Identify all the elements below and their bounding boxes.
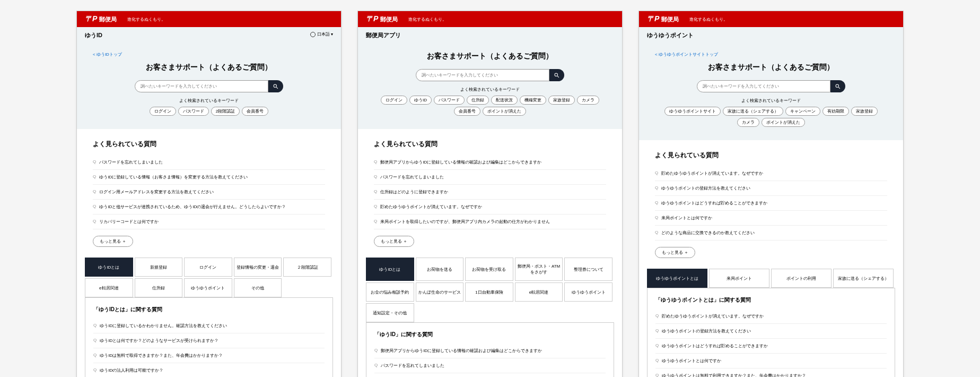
faq-item[interactable]: Qどのような商品に交換できるのか教えてください xyxy=(655,226,887,241)
breadcrumb[interactable]: < ゆうIDトップ xyxy=(93,52,325,57)
tab-1[interactable]: 来局ポイント xyxy=(709,269,769,288)
tab-7[interactable]: ゆうゆうポイント xyxy=(184,278,232,297)
search-button[interactable] xyxy=(830,80,845,92)
search-icon xyxy=(273,83,279,90)
keyword-pill[interactable]: ポイントが消えた xyxy=(762,118,805,127)
tab-q-item[interactable]: QゆうIDは無料で取得できますか？また、年会費はかかりますか？ xyxy=(93,348,325,363)
faq-item[interactable]: Q来局ポイントとは何ですか xyxy=(655,211,887,226)
tab-1[interactable]: お荷物を送る xyxy=(416,258,464,281)
faq-item[interactable]: Qゆうゆうポイントの登録方法を教えてください xyxy=(655,181,887,196)
q-icon: Q xyxy=(93,338,97,344)
tab-q-list: Q貯めたゆうゆうポイントが消えています。なぜですかQゆうゆうポイントの登録方法を… xyxy=(655,309,887,377)
tab-2[interactable]: ログイン xyxy=(184,258,232,277)
search-input[interactable] xyxy=(697,80,830,92)
tab-4[interactable]: ２段階認証 xyxy=(283,258,331,277)
keyword-pill[interactable]: ログイン xyxy=(150,107,176,116)
keyword-pill[interactable]: 家族登録 xyxy=(851,107,878,116)
tab-q-item[interactable]: QゆうIDとは何ですか？どのようなサービスが受けられますか？ xyxy=(93,333,325,348)
keyword-pill[interactable]: 会員番号 xyxy=(454,107,480,116)
keyword-pill[interactable]: 機種変更 xyxy=(520,96,546,105)
language-selector[interactable]: 日本語 ▾ xyxy=(310,31,333,37)
tab-2[interactable]: ポイントの利用 xyxy=(771,269,832,288)
search-button[interactable] xyxy=(268,80,283,92)
keyword-pill[interactable]: ログイン xyxy=(381,96,407,105)
faq-item[interactable]: QゆうIDに登録している情報（お客さま情報）を変更する方法を教えてください xyxy=(93,170,325,185)
tab-5[interactable]: e転居関連 xyxy=(85,278,133,297)
tab-9[interactable]: ゆうゆうポイント xyxy=(564,282,612,302)
faq-item[interactable]: Q貯めたゆうゆうポイントが消えています。なぜですか xyxy=(374,200,606,215)
tagline: 進化するぬくもり。 xyxy=(689,16,728,22)
q-icon: Q xyxy=(374,219,377,225)
keyword-pill[interactable]: 住所録 xyxy=(467,96,489,105)
keyword-pill[interactable]: パスワード xyxy=(434,96,465,105)
tab-4[interactable]: 整理券について xyxy=(564,258,612,281)
search-wrap xyxy=(135,80,283,92)
search-button[interactable] xyxy=(549,69,564,81)
tab-q-item[interactable]: Q郵便局アプリからゆうIDに登録している情報の確認および編集はどこからできますか xyxy=(374,344,606,358)
tab-5[interactable]: お金の悩み相談予約 xyxy=(366,282,414,302)
breadcrumb[interactable]: < ゆうゆうポイントサイトトップ xyxy=(655,52,887,57)
faq-item[interactable]: QゆうIDと他サービスが連携されているため、ゆうIDの退会が行えません。どうした… xyxy=(93,200,325,215)
faq-item[interactable]: Q来局ポイントを取得したいのですが、郵便局アプリ内カメラの起動の仕方がわかりませ… xyxy=(374,215,606,229)
keyword-pill[interactable]: 2段階認証 xyxy=(211,107,240,116)
tab-3[interactable]: 家族に送る（シェアする） xyxy=(833,269,894,288)
faq-text: 住所録はどのように登録できますか xyxy=(380,189,448,195)
tab-6[interactable]: かんぽ生命のサービス xyxy=(416,282,464,302)
tab-q-item[interactable]: QゆうIDに登録しているかわかりません。確認方法を教えてください xyxy=(93,319,325,333)
keywords-label: よく検索されているキーワード xyxy=(374,87,606,92)
q-icon: Q xyxy=(374,204,377,210)
faq-item[interactable]: Qゆうゆうポイントはどうすれば貯めることができますか xyxy=(655,196,887,211)
tab-q-item[interactable]: QゆうIDの法人利用は可能ですか？ xyxy=(93,363,325,377)
keyword-pill[interactable]: カメラ xyxy=(577,96,599,105)
faq-item[interactable]: Qリカバリーコードとは何ですか xyxy=(93,215,325,229)
tab-q-item[interactable]: Qゆうゆうポイントとは何ですか xyxy=(655,354,887,369)
tab-7[interactable]: 1日自動車保険 xyxy=(465,282,513,302)
faq-item[interactable]: Qパスワードを忘れてしまいました xyxy=(93,155,325,170)
keyword-pill[interactable]: 配送状況 xyxy=(491,96,518,105)
keyword-pill[interactable]: 家族登録 xyxy=(548,96,575,105)
q-icon: Q xyxy=(655,358,659,364)
tab-3[interactable]: 登録情報の変更・退会 xyxy=(234,258,282,277)
keyword-pill[interactable]: ゆうID xyxy=(409,96,432,105)
faq-item[interactable]: Q貯めたゆうゆうポイントが消えています。なぜですか xyxy=(655,166,887,181)
search-input[interactable] xyxy=(416,69,549,81)
keyword-pills: ログインゆうIDパスワード住所録配送状況機種変更家族登録カメラ会員番号ポイントが… xyxy=(374,96,606,116)
tab-panel: 「ゆうゆうポイントとは」に関する質問 Q貯めたゆうゆうポイントが消えています。な… xyxy=(647,288,895,377)
tab-q-item[interactable]: Qゆうゆうポイントの登録方法を教えてください xyxy=(655,324,887,339)
tab-q-item[interactable]: Q貯めたゆうゆうポイントが消えています。なぜですか xyxy=(655,309,887,324)
tab-2[interactable]: お荷物を受け取る xyxy=(465,258,513,281)
more-button[interactable]: もっと見る ＋ xyxy=(374,236,414,247)
keyword-pill[interactable]: 会員番号 xyxy=(242,107,268,116)
tab-q-item[interactable]: Qゆうゆうポイントはどうすれば貯めることができますか xyxy=(655,339,887,354)
faq-item[interactable]: Qパスワードを忘れてしまいました xyxy=(374,170,606,185)
keyword-pill[interactable]: パスワード xyxy=(178,107,209,116)
keyword-pill[interactable]: ポイントが消えた xyxy=(483,107,526,116)
keyword-pill[interactable]: ゆうゆうポイントサイト xyxy=(664,107,721,116)
tab-3[interactable]: 郵便局・ポスト・ATMをさがす xyxy=(515,258,563,281)
tab-q-item[interactable]: QゆうIDに登録（ログイン）してアプリを利用すると何ができるようになりますか xyxy=(374,373,606,377)
tab-1[interactable]: 新規登録 xyxy=(135,258,183,277)
more-button[interactable]: もっと見る ＋ xyxy=(655,247,695,258)
tab-0[interactable]: ゆうIDとは xyxy=(85,258,133,277)
tab-0[interactable]: ゆうゆうポイントとは xyxy=(647,269,707,288)
q-icon: Q xyxy=(655,215,658,221)
keyword-pill[interactable]: 有効期限 xyxy=(822,107,849,116)
tab-q-item[interactable]: Qパスワードを忘れてしまいました xyxy=(374,358,606,373)
tab-8[interactable]: その他 xyxy=(234,278,282,297)
keyword-pill[interactable]: キャンペーン xyxy=(785,107,820,116)
keyword-pill[interactable]: 家族に送る（シェアする） xyxy=(723,107,783,116)
tab-q-text: 郵便局アプリからゆうIDに登録している情報の確認および編集はどこからできますか xyxy=(381,348,542,354)
tab-0[interactable]: ゆうIDとは xyxy=(366,258,414,281)
keyword-pill[interactable]: カメラ xyxy=(737,118,759,127)
tab-8[interactable]: e転居関連 xyxy=(515,282,563,302)
faq-text: どのような商品に交換できるのか教えてください xyxy=(661,230,755,236)
faq-item[interactable]: Q郵便局アプリからゆうIDに登録している情報の確認および編集はどこからできますか xyxy=(374,155,606,170)
subheader: ゆうID日本語 ▾ xyxy=(77,27,341,44)
faq-item[interactable]: Qログイン用メールアドレスを変更する方法を教えてください xyxy=(93,185,325,200)
search-input[interactable] xyxy=(135,80,268,92)
tab-q-item[interactable]: Qゆうゆうポイントは無料で利用できますか？また、年会費はかかりますか？ xyxy=(655,369,887,377)
faq-item[interactable]: Q住所録はどのように登録できますか xyxy=(374,185,606,200)
tab-6[interactable]: 住所録 xyxy=(135,278,183,297)
more-button[interactable]: もっと見る ＋ xyxy=(93,236,133,247)
tab-10[interactable]: 通知設定・その他 xyxy=(366,303,414,322)
